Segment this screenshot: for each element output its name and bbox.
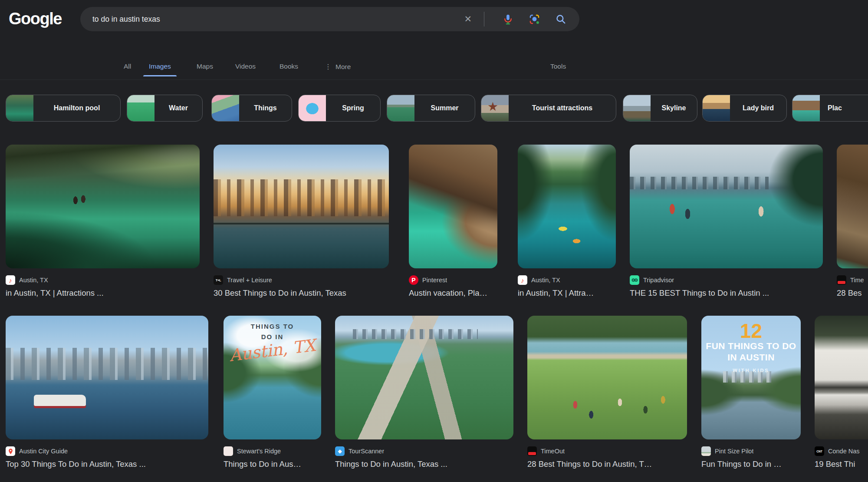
chip-spring[interactable]: Spring xyxy=(298,95,381,122)
chip-lady-bird[interactable]: Lady bird xyxy=(702,95,787,122)
result-image-barton-springs[interactable] xyxy=(527,316,687,439)
result-title[interactable]: 19 Best Thi xyxy=(815,459,868,469)
skyline-silhouette xyxy=(353,329,478,339)
poster-number: 12 xyxy=(701,319,801,343)
result-image-austin-skyline-sunset[interactable] xyxy=(214,145,389,268)
result-title[interactable]: 28 Bes xyxy=(837,288,868,298)
result-title[interactable]: Austin vacation, Pla… xyxy=(409,288,497,298)
result-source[interactable]: Pint Size Pilot xyxy=(715,448,753,455)
chip-summer[interactable]: Summer xyxy=(387,95,475,122)
result-source[interactable]: Tripadvisor xyxy=(643,277,674,284)
chip-label: Tourist attractions xyxy=(509,104,616,112)
result-source[interactable]: Pinterest xyxy=(422,277,447,284)
skyline-silhouette xyxy=(6,348,208,380)
chip-label: Water xyxy=(155,104,202,112)
tab-more[interactable]: ⋮More xyxy=(325,63,351,71)
chip-thumbnail-summer xyxy=(387,95,414,121)
result-image-paddleboarders[interactable] xyxy=(630,145,823,268)
result-source[interactable]: Austin, TX xyxy=(531,277,560,284)
result-title[interactable]: Fun Things to Do in … xyxy=(701,459,801,469)
result-tile: Tripadvisor THE 15 BEST Things to Do in … xyxy=(630,145,823,298)
result-title[interactable]: Things to Do in Aus… xyxy=(224,459,321,469)
poster-text: FUN THINGS TO DO xyxy=(701,341,801,351)
result-title[interactable]: 30 Best Things to Do in Austin, Texas xyxy=(214,288,389,298)
result-source[interactable]: Travel + Leisure xyxy=(227,277,272,284)
result-title[interactable]: 28 Best Things to Do in Austin, T… xyxy=(527,459,687,469)
chip-water[interactable]: Water xyxy=(127,95,203,122)
favicon-conde-nast-icon: CNT xyxy=(815,446,824,456)
chip-thumbnail-things xyxy=(212,95,239,121)
result-image-12-fun-things-poster[interactable]: 12 FUN THINGS TO DO IN AUSTIN WITH KIDS xyxy=(701,316,801,439)
favicon-travel-leisure-icon: T+L xyxy=(214,275,223,285)
google-logo[interactable]: Google xyxy=(9,10,62,28)
search-divider xyxy=(484,12,484,26)
chip-label: Hamilton pool xyxy=(33,104,120,112)
result-source[interactable]: Time xyxy=(850,277,864,284)
chip-places[interactable]: Plac xyxy=(792,95,868,122)
tools-button[interactable]: Tools xyxy=(550,63,566,70)
header-divider xyxy=(0,79,868,80)
tab-books[interactable]: Books xyxy=(279,63,298,70)
result-title[interactable]: Things to Do in Austin, Texas ... xyxy=(335,459,513,469)
tab-maps[interactable]: Maps xyxy=(197,63,213,70)
result-title[interactable]: in Austin, TX | Attra… xyxy=(518,288,616,298)
bridge-silhouette xyxy=(214,223,389,224)
search-input[interactable]: to do in austin texas xyxy=(92,15,463,24)
tab-videos[interactable]: Videos xyxy=(235,63,256,70)
result-title[interactable]: THE 15 BEST Things to Do in Austin ... xyxy=(630,288,823,298)
chip-thumbnail-tourist-attractions xyxy=(481,95,509,121)
result-source[interactable]: TourScanner xyxy=(349,448,384,455)
result-tile: 12 FUN THINGS TO DO IN AUSTIN WITH KIDS … xyxy=(701,316,801,469)
result-tile: ◆ TourScanner Things to Do in Austin, Te… xyxy=(335,316,513,469)
tab-images[interactable]: Images xyxy=(149,63,171,70)
result-title[interactable]: Top 30 Things To Do in Austin, Texas ... xyxy=(6,459,208,469)
microphone-icon[interactable] xyxy=(502,13,514,25)
favicon-austin-city-guide-icon xyxy=(6,446,15,456)
result-image-food-truck[interactable] xyxy=(815,316,868,439)
result-image-river-kayaks[interactable] xyxy=(518,145,616,268)
chip-thumbnail-skyline xyxy=(623,95,651,121)
tab-all[interactable]: All xyxy=(124,63,131,70)
skyline-silhouette xyxy=(723,371,773,383)
favicon-tourscanner-icon: ◆ xyxy=(335,446,345,456)
chip-things[interactable]: Things xyxy=(211,95,292,122)
results-tab-bar: All Images Maps Videos Books ⋮More Tools xyxy=(0,59,868,79)
chip-label: Spring xyxy=(326,104,380,112)
chip-hamilton-pool[interactable]: Hamilton pool xyxy=(6,95,121,122)
result-tile: Austin City Guide Top 30 Things To Do in… xyxy=(6,316,208,469)
favicon-timeout-icon xyxy=(527,446,537,456)
chip-skyline[interactable]: Skyline xyxy=(623,95,697,122)
result-source[interactable]: Stewart's Ridge xyxy=(237,448,281,455)
result-tile: Time 28 Bes xyxy=(837,145,868,298)
result-image-grotto-rocks[interactable] xyxy=(837,145,868,268)
result-image-aerial-highway[interactable] xyxy=(335,316,513,439)
result-tile: ♪ Austin, TX in Austin, TX | Attra… xyxy=(518,145,616,298)
result-image-things-to-do-poster[interactable]: THINGS TO DO IN Austin, TX xyxy=(224,316,321,439)
result-source[interactable]: Conde Nas xyxy=(828,448,860,455)
chip-label: Skyline xyxy=(651,104,697,112)
google-images-results-page: Google to do in austin texas ✕ xyxy=(0,0,868,482)
result-image-grotto[interactable] xyxy=(409,145,497,268)
more-dots-icon: ⋮ xyxy=(325,63,332,70)
clear-search-icon[interactable]: ✕ xyxy=(463,14,473,24)
poster-subtext: WITH KIDS xyxy=(701,368,801,373)
favicon-austin-tx-icon: ♪ xyxy=(518,275,527,285)
result-image-skyline-riverboat[interactable] xyxy=(6,316,208,439)
google-lens-icon[interactable] xyxy=(529,13,540,25)
search-bar[interactable]: to do in austin texas ✕ xyxy=(80,7,579,31)
result-title[interactable]: in Austin, TX | Attractions ... xyxy=(6,288,200,298)
result-tile: THINGS TO DO IN Austin, TX Stewart's Rid… xyxy=(224,316,321,469)
result-source[interactable]: Austin City Guide xyxy=(19,448,68,455)
chip-label: Summer xyxy=(414,104,475,112)
result-image-hamilton-pool[interactable] xyxy=(6,145,200,268)
chip-tourist-attractions[interactable]: Tourist attractions xyxy=(481,95,616,122)
favicon-austin-tx-icon: ♪ xyxy=(6,275,15,285)
search-icon[interactable] xyxy=(555,13,566,25)
poster-text: IN AUSTIN xyxy=(701,352,801,363)
result-tile: TimeOut 28 Best Things to Do in Austin, … xyxy=(527,316,687,469)
chip-thumbnail-hamilton-pool xyxy=(6,95,33,121)
chip-label: Things xyxy=(239,104,292,112)
result-tile: CNT Conde Nas 19 Best Thi xyxy=(815,316,868,469)
result-source[interactable]: Austin, TX xyxy=(19,277,48,284)
result-source[interactable]: TimeOut xyxy=(541,448,565,455)
